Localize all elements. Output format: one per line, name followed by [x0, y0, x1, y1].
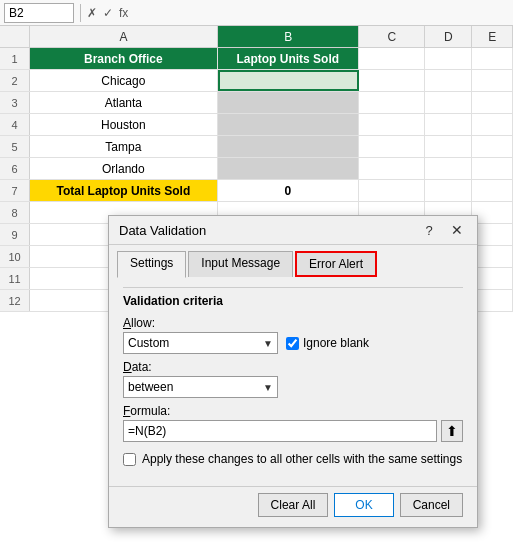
cell-c6[interactable]: [359, 158, 425, 179]
dialog-title: Data Validation: [119, 223, 206, 238]
allow-select-arrow-icon: ▼: [263, 338, 273, 349]
table-row: 6 Orlando: [0, 158, 513, 180]
row-number: 5: [0, 136, 30, 157]
cell-c4[interactable]: [359, 114, 425, 135]
cell-b6[interactable]: [218, 158, 359, 179]
col-header-d[interactable]: D: [425, 26, 472, 47]
allow-row: Custom ▼ Ignore blank: [123, 332, 463, 354]
data-label: Data:: [123, 360, 463, 374]
dialog-close-button[interactable]: ✕: [447, 222, 467, 238]
row-number: 1: [0, 48, 30, 69]
cell-e7[interactable]: [472, 180, 513, 201]
formula-bar: B2 ✗ ✓ fx: [0, 0, 513, 26]
column-headers: A B C D E: [0, 26, 513, 48]
row-number: 7: [0, 180, 30, 201]
cell-e1[interactable]: [472, 48, 513, 69]
apply-changes-row: Apply these changes to all other cells w…: [123, 452, 463, 466]
cell-a3[interactable]: Atlanta: [30, 92, 218, 113]
cancel-formula-icon[interactable]: ✗: [87, 6, 97, 20]
dialog-body: Validation criteria Allow: Custom ▼ Igno…: [109, 277, 477, 486]
col-header-c[interactable]: C: [359, 26, 425, 47]
cell-e2[interactable]: [472, 70, 513, 91]
dialog-tabs: Settings Input Message Error Alert: [109, 245, 477, 277]
cell-c3[interactable]: [359, 92, 425, 113]
allow-label: Allow:: [123, 316, 463, 330]
formula-expand-button[interactable]: ⬆: [441, 420, 463, 442]
dialog-footer: Clear All OK Cancel: [109, 486, 477, 527]
cancel-button[interactable]: Cancel: [400, 493, 463, 517]
cell-b4[interactable]: [218, 114, 359, 135]
cell-e5[interactable]: [472, 136, 513, 157]
cell-b3[interactable]: [218, 92, 359, 113]
row-number: 11: [0, 268, 30, 289]
col-header-b[interactable]: B: [218, 26, 359, 47]
cell-a5[interactable]: Tampa: [30, 136, 218, 157]
validation-criteria-title: Validation criteria: [123, 294, 463, 308]
cell-a1[interactable]: Branch Office: [30, 48, 218, 69]
table-row: 5 Tampa: [0, 136, 513, 158]
col-header-e[interactable]: E: [472, 26, 513, 47]
table-row: 1 Branch Office Laptop Units Sold: [0, 48, 513, 70]
cell-c2[interactable]: [359, 70, 425, 91]
cell-d3[interactable]: [425, 92, 472, 113]
cell-a6[interactable]: Orlando: [30, 158, 218, 179]
row-number: 3: [0, 92, 30, 113]
data-select[interactable]: between ▼: [123, 376, 278, 398]
allow-select[interactable]: Custom ▼: [123, 332, 278, 354]
clear-all-button[interactable]: Clear All: [258, 493, 329, 517]
cell-c5[interactable]: [359, 136, 425, 157]
cell-b5[interactable]: [218, 136, 359, 157]
ignore-blank-label: Ignore blank: [303, 336, 369, 350]
cell-b7[interactable]: 0: [218, 180, 359, 201]
row-number: 2: [0, 70, 30, 91]
cell-reference-box[interactable]: B2: [4, 3, 74, 23]
cell-e3[interactable]: [472, 92, 513, 113]
formula-input-field[interactable]: =N(B2): [123, 420, 437, 442]
confirm-formula-icon[interactable]: ✓: [103, 6, 113, 20]
ok-button[interactable]: OK: [334, 493, 393, 517]
cell-c7[interactable]: [359, 180, 425, 201]
tab-settings[interactable]: Settings: [117, 251, 186, 278]
ignore-blank-row: Ignore blank: [286, 336, 369, 350]
cell-d4[interactable]: [425, 114, 472, 135]
cell-b1[interactable]: Laptop Units Sold: [218, 48, 359, 69]
formula-label: Formula:: [123, 404, 463, 418]
tab-input-message[interactable]: Input Message: [188, 251, 293, 277]
table-row: 4 Houston: [0, 114, 513, 136]
cell-d2[interactable]: [425, 70, 472, 91]
cell-d7[interactable]: [425, 180, 472, 201]
insert-function-icon[interactable]: fx: [119, 6, 128, 20]
data-select-value: between: [128, 380, 173, 394]
cell-e8[interactable]: [472, 202, 513, 223]
cell-d5[interactable]: [425, 136, 472, 157]
row-number: 12: [0, 290, 30, 311]
data-row: between ▼: [123, 376, 463, 398]
cell-a7[interactable]: Total Laptop Units Sold: [30, 180, 218, 201]
formula-bar-icons: ✗ ✓ fx: [87, 6, 128, 20]
ignore-blank-checkbox[interactable]: [286, 337, 299, 350]
cell-b2[interactable]: [218, 70, 359, 91]
row-number: 6: [0, 158, 30, 179]
col-header-a[interactable]: A: [30, 26, 218, 47]
cell-d6[interactable]: [425, 158, 472, 179]
cell-e6[interactable]: [472, 158, 513, 179]
table-row: 2 Chicago: [0, 70, 513, 92]
apply-changes-label: Apply these changes to all other cells w…: [142, 452, 462, 466]
cell-d1[interactable]: [425, 48, 472, 69]
tab-error-alert[interactable]: Error Alert: [295, 251, 377, 277]
apply-changes-checkbox[interactable]: [123, 453, 136, 466]
cell-e4[interactable]: [472, 114, 513, 135]
dialog-window-controls: ? ✕: [419, 222, 467, 238]
row-number: 4: [0, 114, 30, 135]
row-number: 9: [0, 224, 30, 245]
formula-input[interactable]: [132, 3, 509, 23]
data-select-arrow-icon: ▼: [263, 382, 273, 393]
cell-a2[interactable]: Chicago: [30, 70, 218, 91]
row-number: 8: [0, 202, 30, 223]
cell-c1[interactable]: [359, 48, 425, 69]
cell-a4[interactable]: Houston: [30, 114, 218, 135]
row-num-header: [0, 26, 30, 47]
divider: [123, 287, 463, 288]
dialog-help-button[interactable]: ?: [419, 223, 439, 238]
table-row: 7 Total Laptop Units Sold 0: [0, 180, 513, 202]
